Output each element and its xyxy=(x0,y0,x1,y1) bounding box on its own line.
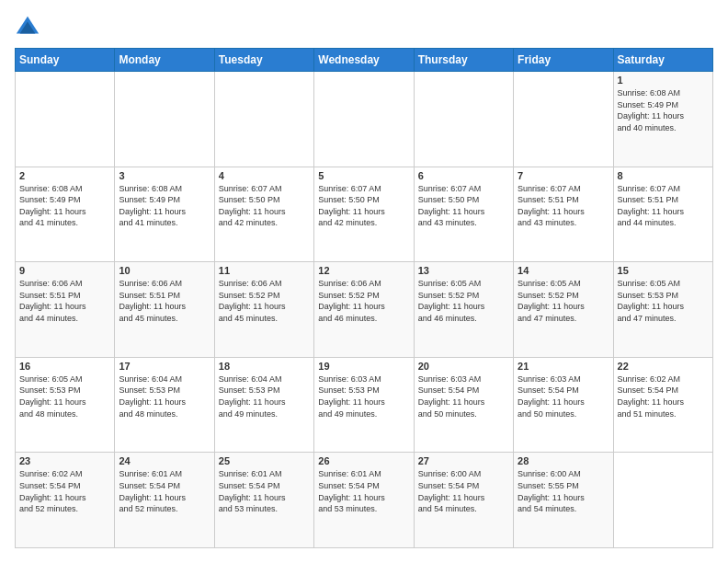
day-number: 2 xyxy=(19,170,110,181)
calendar-cell: 2Sunrise: 6:08 AM Sunset: 5:49 PM Daylig… xyxy=(16,167,115,262)
calendar-cell: 9Sunrise: 6:06 AM Sunset: 5:51 PM Daylig… xyxy=(16,262,115,358)
day-number: 17 xyxy=(119,361,210,372)
day-info: Sunrise: 6:00 AM Sunset: 5:55 PM Dayligh… xyxy=(518,468,609,514)
day-info: Sunrise: 6:01 AM Sunset: 5:54 PM Dayligh… xyxy=(119,468,210,514)
day-number: 22 xyxy=(618,361,709,372)
weekday-header-sunday: Sunday xyxy=(16,49,115,72)
day-info: Sunrise: 6:03 AM Sunset: 5:54 PM Dayligh… xyxy=(518,373,609,419)
day-info: Sunrise: 6:01 AM Sunset: 5:54 PM Dayligh… xyxy=(219,468,310,514)
logo xyxy=(15,15,44,40)
day-number: 6 xyxy=(418,170,509,181)
calendar-cell: 11Sunrise: 6:06 AM Sunset: 5:52 PM Dayli… xyxy=(214,262,313,358)
calendar-cell: 10Sunrise: 6:06 AM Sunset: 5:51 PM Dayli… xyxy=(115,262,214,358)
day-info: Sunrise: 6:05 AM Sunset: 5:53 PM Dayligh… xyxy=(618,278,709,324)
calendar-cell: 7Sunrise: 6:07 AM Sunset: 5:51 PM Daylig… xyxy=(514,167,613,262)
day-info: Sunrise: 6:02 AM Sunset: 5:54 PM Dayligh… xyxy=(618,373,709,419)
weekday-header-wednesday: Wednesday xyxy=(314,49,414,72)
day-info: Sunrise: 6:04 AM Sunset: 5:53 PM Dayligh… xyxy=(119,373,210,419)
weekday-header-monday: Monday xyxy=(115,49,214,72)
day-number: 19 xyxy=(318,361,409,372)
calendar-cell: 18Sunrise: 6:04 AM Sunset: 5:53 PM Dayli… xyxy=(214,357,313,453)
day-number: 5 xyxy=(318,170,409,181)
day-number: 7 xyxy=(518,170,609,181)
calendar-cell: 12Sunrise: 6:06 AM Sunset: 5:52 PM Dayli… xyxy=(314,262,414,358)
calendar-cell xyxy=(115,72,214,167)
day-number: 14 xyxy=(518,265,609,276)
calendar-week-row: 9Sunrise: 6:06 AM Sunset: 5:51 PM Daylig… xyxy=(16,262,713,358)
day-info: Sunrise: 6:07 AM Sunset: 5:51 PM Dayligh… xyxy=(618,183,709,229)
weekday-header-thursday: Thursday xyxy=(414,49,513,72)
day-info: Sunrise: 6:07 AM Sunset: 5:50 PM Dayligh… xyxy=(219,183,310,229)
day-number: 21 xyxy=(518,361,609,372)
day-info: Sunrise: 6:06 AM Sunset: 5:51 PM Dayligh… xyxy=(19,278,110,324)
day-info: Sunrise: 6:04 AM Sunset: 5:53 PM Dayligh… xyxy=(219,373,310,419)
day-info: Sunrise: 6:08 AM Sunset: 5:49 PM Dayligh… xyxy=(19,183,110,229)
calendar-cell: 4Sunrise: 6:07 AM Sunset: 5:50 PM Daylig… xyxy=(214,167,313,262)
day-number: 1 xyxy=(618,75,709,86)
day-info: Sunrise: 6:06 AM Sunset: 5:52 PM Dayligh… xyxy=(318,278,409,324)
day-number: 8 xyxy=(618,170,709,181)
weekday-header-friday: Friday xyxy=(514,49,613,72)
day-info: Sunrise: 6:01 AM Sunset: 5:54 PM Dayligh… xyxy=(318,468,409,514)
day-info: Sunrise: 6:07 AM Sunset: 5:50 PM Dayligh… xyxy=(318,183,409,229)
day-number: 12 xyxy=(318,265,409,276)
day-info: Sunrise: 6:03 AM Sunset: 5:53 PM Dayligh… xyxy=(318,373,409,419)
day-info: Sunrise: 6:00 AM Sunset: 5:54 PM Dayligh… xyxy=(418,468,509,514)
calendar-cell xyxy=(514,72,613,167)
calendar-cell: 3Sunrise: 6:08 AM Sunset: 5:49 PM Daylig… xyxy=(115,167,214,262)
header xyxy=(15,15,713,40)
day-info: Sunrise: 6:08 AM Sunset: 5:49 PM Dayligh… xyxy=(119,183,210,229)
calendar-week-row: 1Sunrise: 6:08 AM Sunset: 5:49 PM Daylig… xyxy=(16,72,713,167)
weekday-header-saturday: Saturday xyxy=(613,49,712,72)
day-info: Sunrise: 6:05 AM Sunset: 5:52 PM Dayligh… xyxy=(418,278,509,324)
day-number: 27 xyxy=(418,455,509,466)
day-number: 11 xyxy=(219,265,310,276)
calendar-week-row: 16Sunrise: 6:05 AM Sunset: 5:53 PM Dayli… xyxy=(16,357,713,453)
calendar-cell: 27Sunrise: 6:00 AM Sunset: 5:54 PM Dayli… xyxy=(414,453,513,548)
calendar-cell: 1Sunrise: 6:08 AM Sunset: 5:49 PM Daylig… xyxy=(613,72,712,167)
day-number: 9 xyxy=(19,265,110,276)
day-info: Sunrise: 6:07 AM Sunset: 5:50 PM Dayligh… xyxy=(418,183,509,229)
day-info: Sunrise: 6:02 AM Sunset: 5:54 PM Dayligh… xyxy=(19,468,110,514)
day-info: Sunrise: 6:03 AM Sunset: 5:54 PM Dayligh… xyxy=(418,373,509,419)
page: SundayMondayTuesdayWednesdayThursdayFrid… xyxy=(0,0,728,563)
calendar-cell: 16Sunrise: 6:05 AM Sunset: 5:53 PM Dayli… xyxy=(16,357,115,453)
day-info: Sunrise: 6:05 AM Sunset: 5:52 PM Dayligh… xyxy=(518,278,609,324)
day-info: Sunrise: 6:05 AM Sunset: 5:53 PM Dayligh… xyxy=(19,373,110,419)
calendar-cell: 15Sunrise: 6:05 AM Sunset: 5:53 PM Dayli… xyxy=(613,262,712,358)
day-info: Sunrise: 6:08 AM Sunset: 5:49 PM Dayligh… xyxy=(618,87,709,133)
day-number: 4 xyxy=(219,170,310,181)
calendar-cell: 28Sunrise: 6:00 AM Sunset: 5:55 PM Dayli… xyxy=(514,453,613,548)
calendar-cell: 22Sunrise: 6:02 AM Sunset: 5:54 PM Dayli… xyxy=(613,357,712,453)
day-number: 13 xyxy=(418,265,509,276)
calendar-cell: 19Sunrise: 6:03 AM Sunset: 5:53 PM Dayli… xyxy=(314,357,414,453)
calendar-cell: 25Sunrise: 6:01 AM Sunset: 5:54 PM Dayli… xyxy=(214,453,313,548)
day-info: Sunrise: 6:06 AM Sunset: 5:51 PM Dayligh… xyxy=(119,278,210,324)
calendar-cell: 14Sunrise: 6:05 AM Sunset: 5:52 PM Dayli… xyxy=(514,262,613,358)
calendar-cell: 24Sunrise: 6:01 AM Sunset: 5:54 PM Dayli… xyxy=(115,453,214,548)
day-number: 15 xyxy=(618,265,709,276)
day-number: 3 xyxy=(119,170,210,181)
calendar-week-row: 2Sunrise: 6:08 AM Sunset: 5:49 PM Daylig… xyxy=(16,167,713,262)
calendar-table: SundayMondayTuesdayWednesdayThursdayFrid… xyxy=(15,48,713,548)
calendar-cell xyxy=(314,72,414,167)
calendar-cell: 20Sunrise: 6:03 AM Sunset: 5:54 PM Dayli… xyxy=(414,357,513,453)
calendar-cell xyxy=(16,72,115,167)
calendar-week-row: 23Sunrise: 6:02 AM Sunset: 5:54 PM Dayli… xyxy=(16,453,713,548)
day-number: 28 xyxy=(518,455,609,466)
weekday-header-tuesday: Tuesday xyxy=(214,49,313,72)
calendar-cell: 17Sunrise: 6:04 AM Sunset: 5:53 PM Dayli… xyxy=(115,357,214,453)
day-number: 24 xyxy=(119,455,210,466)
calendar-cell: 8Sunrise: 6:07 AM Sunset: 5:51 PM Daylig… xyxy=(613,167,712,262)
day-info: Sunrise: 6:07 AM Sunset: 5:51 PM Dayligh… xyxy=(518,183,609,229)
calendar-cell: 21Sunrise: 6:03 AM Sunset: 5:54 PM Dayli… xyxy=(514,357,613,453)
calendar-cell: 26Sunrise: 6:01 AM Sunset: 5:54 PM Dayli… xyxy=(314,453,414,548)
weekday-header-row: SundayMondayTuesdayWednesdayThursdayFrid… xyxy=(16,49,713,72)
calendar-cell: 23Sunrise: 6:02 AM Sunset: 5:54 PM Dayli… xyxy=(16,453,115,548)
calendar-cell xyxy=(613,453,712,548)
calendar-cell: 6Sunrise: 6:07 AM Sunset: 5:50 PM Daylig… xyxy=(414,167,513,262)
calendar-cell: 5Sunrise: 6:07 AM Sunset: 5:50 PM Daylig… xyxy=(314,167,414,262)
day-number: 20 xyxy=(418,361,509,372)
day-info: Sunrise: 6:06 AM Sunset: 5:52 PM Dayligh… xyxy=(219,278,310,324)
day-number: 18 xyxy=(219,361,310,372)
